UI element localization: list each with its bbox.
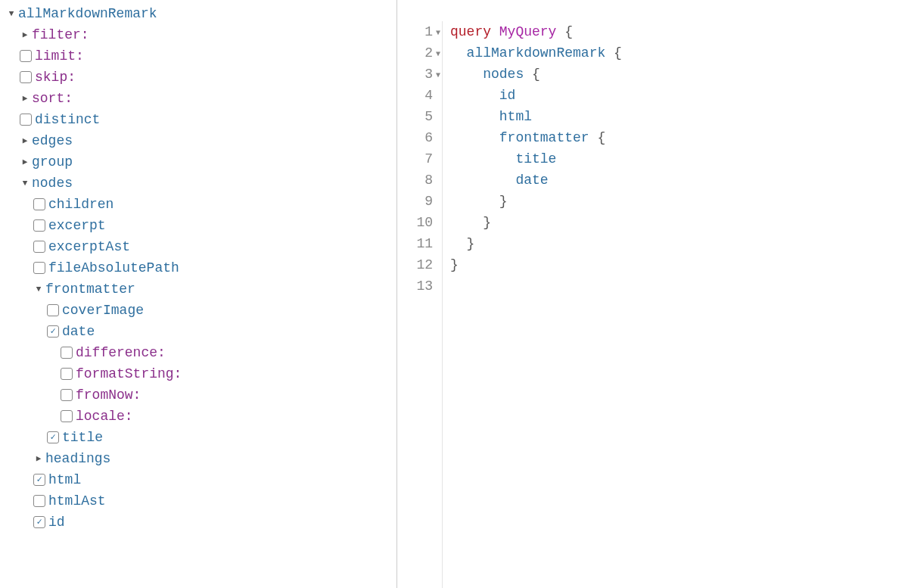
caret-right-icon[interactable]: ▶ (33, 448, 44, 469)
line-number: 4 (397, 85, 433, 106)
tree-item-group[interactable]: ▶ group (6, 151, 396, 173)
tree-label: id (48, 512, 65, 533)
checkbox-checked-icon[interactable] (47, 325, 59, 338)
checkbox-icon[interactable] (33, 495, 45, 507)
tree-item-skip[interactable]: skip: (6, 67, 396, 88)
tree-item-distinct[interactable]: distinct (6, 109, 396, 130)
tree-label: filter: (32, 24, 89, 45)
checkbox-checked-icon[interactable] (33, 474, 45, 486)
checkbox-icon[interactable] (20, 50, 32, 62)
tree-item-formatstring[interactable]: formatString: (6, 363, 396, 384)
code-line[interactable]: } (450, 212, 908, 233)
checkbox-icon[interactable] (47, 304, 59, 316)
fold-caret-icon[interactable]: ▼ (436, 44, 440, 65)
code-line[interactable]: html (450, 106, 908, 127)
tree-label: htmlAst (48, 490, 106, 512)
tree-item-edges[interactable]: ▶ edges (6, 130, 396, 151)
tree-item-sort[interactable]: ▶ sort: (6, 88, 396, 109)
tree-label: group (32, 151, 73, 173)
checkbox-icon[interactable] (61, 347, 73, 359)
tree-item-limit[interactable]: limit: (6, 45, 396, 67)
tree-item-headings[interactable]: ▶ headings (6, 448, 396, 469)
line-number: 6 (397, 127, 433, 148)
code-line[interactable]: title (450, 148, 908, 170)
checkbox-checked-icon[interactable] (47, 431, 59, 443)
fold-caret-icon[interactable]: ▼ (436, 65, 440, 86)
tree-label: excerpt (48, 215, 106, 236)
tree-item-date[interactable]: date (6, 321, 396, 342)
tree-label: fromNow: (76, 384, 141, 406)
tree-label: edges (32, 130, 73, 151)
tree-label: title (62, 427, 103, 448)
tree-label: children (48, 194, 114, 215)
checkbox-icon[interactable] (61, 389, 73, 401)
tree-label: sort: (32, 88, 73, 109)
line-number: 11 (397, 233, 433, 254)
caret-right-icon[interactable]: ▶ (20, 130, 30, 151)
explorer-tree: ▼ allMarkdownRemark ▶ filter: limit: ski… (6, 3, 396, 533)
tree-label: headings (45, 448, 110, 469)
line-number: 8 (397, 170, 433, 191)
caret-down-icon[interactable]: ▼ (33, 278, 44, 300)
tree-item-htmlast[interactable]: htmlAst (6, 490, 396, 512)
tree-item-fileabsolutepath[interactable]: fileAbsolutePath (6, 257, 396, 278)
tree-item-title[interactable]: title (6, 427, 396, 448)
explorer-panel: ▼ allMarkdownRemark ▶ filter: limit: ski… (0, 0, 397, 588)
tree-label: difference: (76, 342, 166, 363)
code-line[interactable]: query MyQuery { (450, 21, 908, 42)
tree-item-fromnow[interactable]: fromNow: (6, 384, 396, 406)
code-line[interactable]: date (450, 170, 908, 191)
tree-item-children[interactable]: children (6, 194, 396, 215)
tree-item-html[interactable]: html (6, 469, 396, 490)
tree-item-excerpt[interactable]: excerpt (6, 215, 396, 236)
line-gutter: 1▼2▼3▼45678910111213 (397, 21, 443, 588)
tree-item-filter[interactable]: ▶ filter: (6, 24, 396, 45)
code-line[interactable] (450, 275, 908, 297)
fold-caret-icon[interactable]: ▼ (436, 23, 440, 44)
tree-item-coverimage[interactable]: coverImage (6, 300, 396, 321)
tree-label: html (48, 469, 81, 490)
code-line[interactable]: allMarkdownRemark { (450, 42, 908, 64)
tree-label: nodes (32, 173, 73, 194)
line-number: 3▼ (397, 64, 433, 85)
tree-label: date (62, 321, 95, 342)
code-line[interactable]: } (450, 233, 908, 254)
caret-down-icon[interactable]: ▼ (6, 3, 17, 24)
line-number: 5 (397, 106, 433, 127)
caret-right-icon[interactable]: ▶ (20, 151, 30, 173)
caret-right-icon[interactable]: ▶ (20, 88, 30, 109)
checkbox-checked-icon[interactable] (33, 516, 45, 528)
code-content[interactable]: query MyQuery { allMarkdownRemark { node… (443, 21, 908, 588)
checkbox-icon[interactable] (20, 71, 32, 83)
checkbox-icon[interactable] (33, 241, 45, 253)
code-line[interactable]: id (450, 85, 908, 106)
tree-item-id[interactable]: id (6, 512, 396, 533)
code-editor[interactable]: 1▼2▼3▼45678910111213 query MyQuery { all… (397, 0, 908, 588)
caret-down-icon[interactable]: ▼ (20, 173, 30, 194)
tree-label: allMarkdownRemark (18, 3, 157, 24)
tree-label: frontmatter (45, 278, 135, 300)
code-line[interactable]: } (450, 254, 908, 275)
code-line[interactable]: nodes { (450, 64, 908, 85)
tree-item-locale[interactable]: locale: (6, 406, 396, 427)
line-number: 2▼ (397, 42, 433, 64)
code-line[interactable]: frontmatter { (450, 127, 908, 148)
tree-item-nodes[interactable]: ▼ nodes (6, 173, 396, 194)
checkbox-icon[interactable] (61, 368, 73, 380)
caret-right-icon[interactable]: ▶ (20, 24, 30, 45)
tree-label: limit: (35, 45, 84, 67)
checkbox-icon[interactable] (33, 219, 45, 232)
code-line[interactable]: } (450, 191, 908, 212)
tree-item-frontmatter[interactable]: ▼ frontmatter (6, 278, 396, 300)
checkbox-icon[interactable] (33, 198, 45, 210)
tree-label: distinct (35, 109, 100, 130)
tree-label: locale: (76, 406, 133, 427)
line-number: 13 (397, 275, 433, 297)
tree-root[interactable]: ▼ allMarkdownRemark (6, 3, 396, 24)
checkbox-icon[interactable] (20, 114, 32, 126)
checkbox-icon[interactable] (33, 262, 45, 274)
tree-item-excerptast[interactable]: excerptAst (6, 236, 396, 257)
tree-label: coverImage (62, 300, 144, 321)
tree-item-difference[interactable]: difference: (6, 342, 396, 363)
checkbox-icon[interactable] (61, 410, 73, 422)
